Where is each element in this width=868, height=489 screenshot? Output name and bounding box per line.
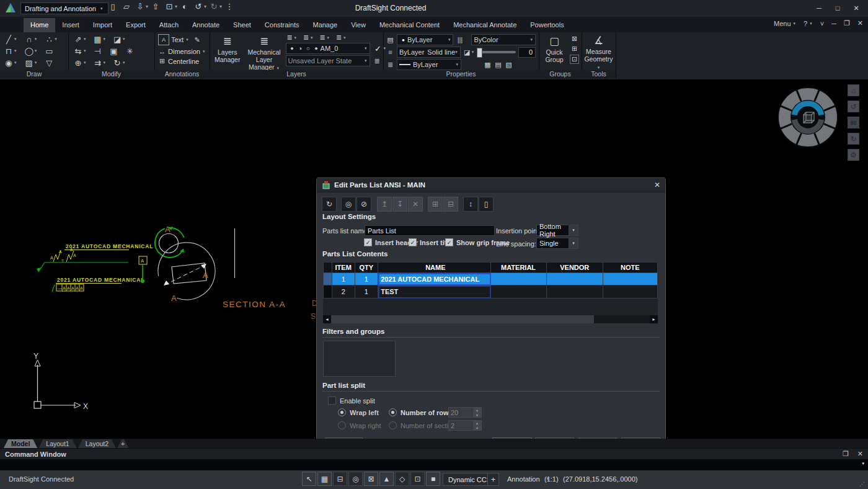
join-tool[interactable]: ⇉▾	[93, 58, 107, 68]
tab-import[interactable]: Import	[86, 18, 119, 32]
col-vendor[interactable]: VENDOR	[547, 262, 603, 273]
cell-vendor[interactable]	[547, 273, 603, 285]
trim-tool[interactable]: ⊣	[93, 46, 103, 56]
sheet-tab-model[interactable]: Model	[4, 439, 37, 448]
lineweight-dropdown[interactable]: ByLayer▾	[397, 59, 461, 70]
rotate-cw-button[interactable]: ↻	[848, 133, 859, 145]
sheet-tab-layout1[interactable]: Layout1	[38, 439, 76, 448]
scroll-thumb[interactable]	[331, 315, 594, 323]
cell-qty[interactable]: 1	[355, 285, 379, 298]
add-scale-button[interactable]: +	[487, 473, 499, 486]
line-spacing-dropdown[interactable]: Single ▾	[536, 238, 578, 249]
dlg-merge-rows-button[interactable]: ⊞	[428, 197, 443, 212]
transparency-value[interactable]: 0	[518, 47, 536, 58]
scroll-left-icon[interactable]: ◄	[323, 315, 331, 323]
mechanical-layer-manager-button[interactable]: ≣ Mechanical Layer Manager ▾	[245, 34, 283, 73]
lineweight-icon[interactable]: ≣	[386, 61, 394, 69]
dlg-find-button[interactable]: ◎	[341, 197, 356, 212]
layer-delete-icon[interactable]: ≣	[373, 57, 381, 65]
layer-preview-tool[interactable]: ≣▾	[335, 34, 347, 42]
hatch-color-dropdown[interactable]: ByColor▾	[471, 34, 536, 45]
table-row[interactable]: 1 1 2021 AUTOCAD MECHANICAL	[323, 273, 658, 285]
tab-annotate[interactable]: Annotate	[185, 18, 226, 32]
columns-icon[interactable]: |||	[456, 36, 464, 44]
entity-list-icon[interactable]: ▤	[494, 61, 502, 69]
cell-material[interactable]	[491, 273, 547, 285]
cell-item[interactable]: 1	[332, 273, 355, 285]
window-maximize-button[interactable]: □	[828, 2, 847, 14]
erase-tool[interactable]: ◪▾	[112, 34, 126, 44]
cell-vendor[interactable]	[547, 285, 603, 298]
cell-note[interactable]	[603, 273, 658, 285]
explode-tool[interactable]: ✳	[125, 46, 135, 56]
transparency-slider[interactable]	[477, 51, 516, 53]
linestyle-dropdown[interactable]: ByLayer Solid line ▾	[397, 47, 461, 58]
measure-geometry-button[interactable]: ∡ Measure Geometry ▾	[582, 32, 616, 73]
line-color-dropdown[interactable]: ● ByLayer▾	[397, 34, 453, 45]
help-button[interactable]: ?▾	[804, 20, 813, 27]
tab-attach[interactable]: Attach	[153, 18, 185, 32]
sheet-tab-layout2[interactable]: Layout2	[78, 439, 116, 448]
active-layer-dropdown[interactable]: ● ◑ ○ ● AM_0 ▾	[286, 43, 370, 54]
cell-name[interactable]: TEST	[378, 285, 490, 298]
spin-down-icon[interactable]: ▾	[473, 426, 481, 431]
tab-powertools[interactable]: Powertools	[523, 18, 570, 32]
linestyle-icon[interactable]: ≡	[386, 48, 394, 56]
layer-hide-tool[interactable]: ≣▾	[286, 34, 298, 42]
dialog-close-icon[interactable]: ✕	[654, 181, 660, 189]
window-minimize-button[interactable]: ─	[810, 2, 828, 14]
rotate-tool[interactable]: ↻▾	[112, 58, 126, 68]
table-row[interactable]: 2 1 TEST	[323, 285, 658, 298]
cell-item[interactable]: 2	[332, 285, 355, 298]
window-close-button[interactable]: ✕	[847, 2, 866, 14]
entity-track-icon[interactable]: ▲	[379, 472, 394, 486]
tab-insert[interactable]: Insert	[55, 18, 86, 32]
dynamic-frame-icon[interactable]: ◇	[395, 472, 409, 486]
collapse-ribbon-icon[interactable]: ˅	[820, 20, 824, 27]
rotate-90-button[interactable]: 90	[848, 117, 859, 128]
insertion-point-dropdown[interactable]: Bottom Right ▾	[536, 225, 578, 236]
entity-snap-icon[interactable]: ⊠	[364, 472, 378, 486]
table-h-scrollbar[interactable]: ◄ ►	[323, 315, 658, 323]
tab-view[interactable]: View	[344, 18, 373, 32]
parts-list-name-input[interactable]: Parts List	[365, 225, 495, 236]
add-sheet-button[interactable]: +	[117, 439, 128, 448]
row-selector[interactable]	[323, 273, 332, 285]
polygon-tool[interactable]: ▽	[44, 58, 64, 68]
hatch-tool[interactable]: ▨▾	[24, 58, 45, 68]
dlg-delete-row-button[interactable]: ✕	[408, 197, 423, 212]
tab-constraints[interactable]: Constraints	[258, 18, 306, 32]
line-tool[interactable]: ╱▾	[4, 34, 24, 44]
wrap-right-radio[interactable]: Wrap right	[338, 421, 381, 429]
filters-groups-box[interactable]	[323, 341, 396, 377]
parts-list-table[interactable]: ITEM QTY NAME MATERIAL VENDOR NOTE 1 1 2…	[323, 262, 658, 323]
wrap-left-radio[interactable]: Wrap left	[338, 408, 379, 416]
stretch-tool[interactable]: ⇆▾	[73, 46, 87, 56]
dialog-title-bar[interactable]: Edit Parts List ANSI - MAIN ✕	[317, 178, 665, 192]
polyline-tool[interactable]: ⊓▾	[4, 46, 24, 56]
row-selector[interactable]	[323, 285, 332, 298]
toggle-group-icon[interactable]: ⊡	[570, 55, 579, 64]
tab-sheet[interactable]: Sheet	[226, 18, 258, 32]
col-material[interactable]: MATERIAL	[491, 262, 547, 273]
col-note[interactable]: NOTE	[603, 262, 658, 273]
layer-lock-tool[interactable]: ≣▾	[319, 34, 330, 42]
spin-up-icon[interactable]: ▴	[473, 408, 481, 413]
text-tool[interactable]: A Text▾ ✎	[158, 34, 206, 45]
col-qty[interactable]: QTY	[355, 262, 379, 273]
grid-icon[interactable]: ▦	[317, 472, 332, 486]
offset-tool[interactable]: ▣	[109, 46, 119, 56]
dlg-sort-button[interactable]: ↕	[463, 197, 478, 212]
arc-tool[interactable]: ∩▾	[24, 34, 45, 44]
view-home-button[interactable]: ⌂	[848, 84, 859, 96]
resize-grip[interactable]: ⋰	[859, 481, 866, 487]
move-tool[interactable]: ⇗▾	[73, 34, 87, 44]
dlg-split-rows-button[interactable]: ⊟	[443, 197, 458, 212]
dlg-insert-row-below-button[interactable]: ↧	[392, 197, 407, 212]
quick-group-button[interactable]: ▢ Quick Group	[541, 34, 567, 65]
annotation-scale-icon[interactable]: ▦	[484, 61, 492, 69]
layer-state-dropdown[interactable]: Unsaved Layer State ▾	[286, 55, 370, 66]
doc-minimize-button[interactable]: ─	[831, 20, 836, 27]
dimension-tool[interactable]: ↔ Dimension▾	[158, 47, 206, 55]
pointer-filter-icon[interactable]: ↖	[302, 472, 316, 486]
